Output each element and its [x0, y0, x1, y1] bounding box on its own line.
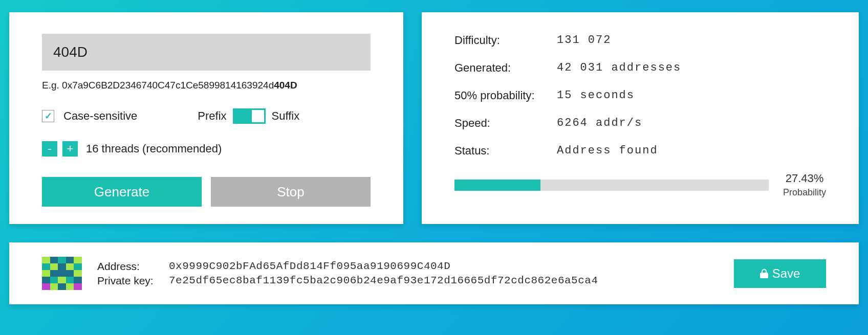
probability-readout: 27.43% Probability	[783, 172, 826, 198]
save-button[interactable]: Save	[734, 259, 826, 288]
config-panel: E.g. 0x7a9C6B2D2346740C47c1Ce58998141639…	[9, 12, 403, 224]
prefix-suffix-toggle[interactable]	[233, 108, 266, 124]
hex-suffix-input[interactable]	[42, 34, 371, 71]
status-value: Address found	[557, 144, 658, 158]
speed-label: Speed:	[454, 117, 557, 130]
identicon-icon	[42, 257, 82, 290]
private-key-label: Private key:	[97, 275, 169, 287]
fifty-prob-value: 15 seconds	[557, 89, 635, 102]
generated-value: 42 031 addresses	[557, 61, 681, 75]
toggle-suffix-label: Suffix	[272, 109, 300, 123]
generate-button[interactable]: Generate	[42, 177, 202, 207]
address-label: Address:	[97, 260, 169, 273]
fifty-prob-label: 50% probability:	[454, 89, 557, 102]
result-panel: Address: 0x9999C902bFAd65AfDd814Ff095aa9…	[9, 242, 859, 304]
generated-label: Generated:	[454, 61, 557, 75]
example-bold: 404D	[274, 80, 297, 91]
address-value: 0x9999C902bFAd65AfDd814Ff095aa9190699C40…	[169, 260, 450, 273]
difficulty-label: Difficulty:	[454, 34, 557, 47]
stats-panel: Difficulty: 131 072 Generated: 42 031 ad…	[422, 12, 859, 224]
speed-value: 6264 addr/s	[557, 117, 642, 130]
toggle-prefix-label: Prefix	[198, 109, 226, 123]
threads-label: 16 threads (recommended)	[86, 142, 222, 155]
case-sensitive-checkbox[interactable]	[42, 110, 54, 122]
private-key-value: 7e25df65ec8baf1139fc5ba2c906b24e9af93e17…	[169, 275, 598, 287]
lock-icon	[760, 269, 768, 278]
progress-bar	[454, 180, 769, 191]
case-sensitive-label: Case-sensitive	[63, 109, 137, 123]
difficulty-value: 131 072	[557, 34, 611, 47]
probability-percent: 27.43%	[786, 172, 824, 185]
stop-button[interactable]: Stop	[211, 177, 371, 207]
threads-minus-button[interactable]: -	[42, 141, 57, 157]
status-label: Status:	[454, 144, 557, 158]
threads-plus-button[interactable]: +	[62, 141, 78, 157]
example-prefix: E.g. 0x7a9C6B2D2346740C47c1Ce58998141639…	[42, 80, 274, 91]
save-button-label: Save	[772, 266, 800, 281]
progress-bar-fill	[454, 180, 540, 191]
example-text: E.g. 0x7a9C6B2D2346740C47c1Ce58998141639…	[42, 80, 371, 91]
toggle-knob	[252, 110, 264, 122]
probability-label: Probability	[783, 187, 826, 198]
